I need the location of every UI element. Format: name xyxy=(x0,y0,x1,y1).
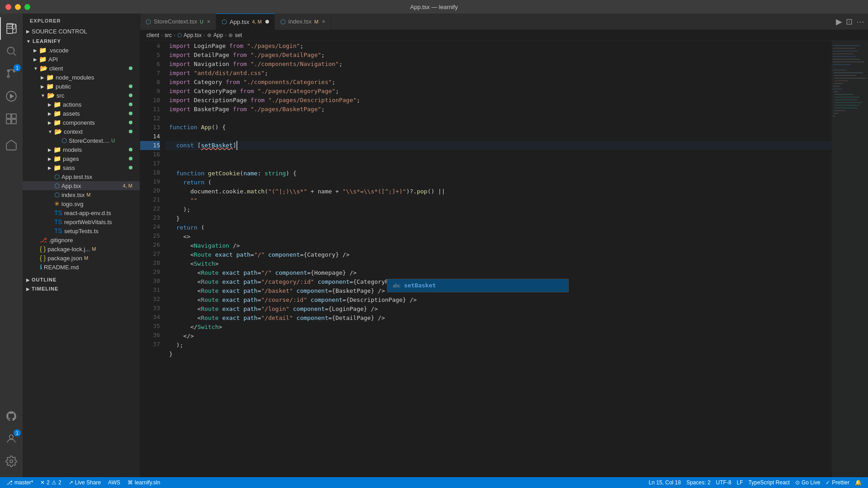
tree-client[interactable]: ▼ 📂 client xyxy=(23,64,140,73)
code-line: <Route exact path="/course/:id" componen… xyxy=(165,296,832,305)
code-line: <Route exact path="/" component={Homepag… xyxy=(165,268,832,277)
project-section[interactable]: ▼ LEARNIFY xyxy=(23,37,140,46)
tab-actions: ▶ ⊡ ⋯ xyxy=(836,17,868,27)
status-aws[interactable]: AWS xyxy=(105,479,123,486)
tree-public[interactable]: ▶ 📁 public xyxy=(23,82,140,91)
tree-context[interactable]: ▼ 📂 context xyxy=(23,127,140,136)
activity-run[interactable] xyxy=(0,85,23,108)
status-live-share[interactable]: ↗ Live Share xyxy=(66,479,104,486)
tree-vscode[interactable]: ▶ 📁 .vscode xyxy=(23,46,140,55)
chevron-right-icon: ▶ xyxy=(48,165,52,170)
tab-index-tsx[interactable]: ⬡ index.tsx M × xyxy=(275,14,331,30)
tree-api[interactable]: ▶ 📁 API xyxy=(23,55,140,64)
account-badge: 1 xyxy=(14,429,21,436)
status-line-col[interactable]: Ln 15, Col 18 xyxy=(646,479,684,486)
status-encoding-label: UTF-8 xyxy=(716,479,731,486)
folder-icon: 📁 xyxy=(46,74,54,81)
status-prettier[interactable]: ✓ Prettier xyxy=(823,479,852,486)
tree-assets[interactable]: ▶ 📁 assets xyxy=(23,109,140,118)
activity-remote[interactable] xyxy=(0,134,23,156)
status-errors[interactable]: ✕ 2 ⚠ 2 xyxy=(38,479,64,486)
minimize-button[interactable] xyxy=(15,4,21,10)
tree-react-env[interactable]: TS react-app-env.d.ts xyxy=(23,208,140,217)
tree-app-tsx[interactable]: ⬡ App.tsx 4, M xyxy=(23,181,140,190)
svg-rect-28 xyxy=(835,94,853,95)
source-control-section[interactable]: ▶ SOURCE CONTROL xyxy=(23,26,140,37)
breadcrumb-src[interactable]: src xyxy=(165,32,172,38)
chevron-right-icon: ▶ xyxy=(26,286,30,291)
svg-rect-30 xyxy=(835,99,857,100)
source-control-label: SOURCE CONTROL xyxy=(32,28,87,35)
more-actions-button[interactable]: ⋯ xyxy=(856,17,864,27)
status-language[interactable]: TypeScript React xyxy=(746,479,793,486)
timeline-section[interactable]: ▶ TIMELINE xyxy=(23,284,140,293)
activity-search[interactable] xyxy=(0,40,23,62)
status-go-live[interactable]: ⊙ Go Live xyxy=(793,479,823,486)
tree-gitignore[interactable]: ⎇ .gitignore xyxy=(23,235,140,244)
modified-badge xyxy=(129,148,132,151)
activity-github[interactable] xyxy=(0,405,23,427)
autocomplete-item[interactable]: abc setBasket xyxy=(387,279,568,292)
tree-readme-label: README.md xyxy=(44,264,79,271)
status-line-ending[interactable]: LF xyxy=(734,479,746,486)
status-notifications[interactable]: 🔔 xyxy=(852,479,864,486)
tree-package-json[interactable]: { } package.json M xyxy=(23,253,140,263)
tab-close-icon[interactable]: × xyxy=(322,19,325,25)
status-solution[interactable]: ⌘ learnify.sln xyxy=(125,479,163,486)
tsx-file-icon: ⬡ xyxy=(222,18,227,25)
outline-section[interactable]: ▶ OUTLINE xyxy=(23,275,140,284)
status-branch[interactable]: ⎇ master* xyxy=(4,479,36,486)
tree-react-env-label: react-app-env.d.ts xyxy=(64,210,111,216)
breadcrumb-app[interactable]: App xyxy=(213,32,223,38)
status-spaces[interactable]: Spaces: 2 xyxy=(684,479,713,486)
tree-logo-svg[interactable]: ✳ logo.svg xyxy=(23,199,140,208)
folder-icon: 📁 xyxy=(39,56,47,63)
status-encoding[interactable]: UTF-8 xyxy=(713,479,734,486)
autocomplete-dropdown[interactable]: abc setBasket xyxy=(387,279,569,292)
close-button[interactable] xyxy=(5,4,11,10)
breadcrumb-client[interactable]: client xyxy=(146,32,159,38)
tree-readme[interactable]: ℹ README.md xyxy=(23,263,140,272)
window-controls[interactable] xyxy=(5,4,30,10)
file-tree: ▶ 📁 .vscode ▶ 📁 API ▼ 📂 client ▶ 📁 n xyxy=(23,46,140,272)
tab-app-tsx-label: App.tsx xyxy=(230,19,249,25)
activity-extensions[interactable] xyxy=(0,108,23,130)
activity-explorer[interactable] xyxy=(0,17,23,40)
tree-index-tsx[interactable]: ⬡ index.tsx M xyxy=(23,190,140,199)
code-content[interactable]: import LoginPage from "./pages/Login"; i… xyxy=(165,41,832,477)
maximize-button[interactable] xyxy=(24,4,30,10)
tree-node-modules[interactable]: ▶ 📁 node_modules xyxy=(23,73,140,82)
folder-icon: 📁 xyxy=(46,83,54,90)
tsx-icon: ⬡ xyxy=(54,182,60,189)
split-editor-button[interactable]: ⊡ xyxy=(846,17,853,27)
tree-actions[interactable]: ▶ 📁 actions xyxy=(23,100,140,109)
breadcrumb-file[interactable]: App.tsx xyxy=(184,32,202,38)
chevron-right-icon: ▶ xyxy=(48,147,52,152)
activity-settings[interactable] xyxy=(0,450,23,473)
tree-models[interactable]: ▶ 📁 models xyxy=(23,145,140,154)
tree-pages[interactable]: ▶ 📁 pages xyxy=(23,154,140,163)
tree-src[interactable]: ▼ 📂 src xyxy=(23,91,140,100)
tree-report-web[interactable]: TS reportWebVitals.ts xyxy=(23,217,140,226)
tree-package-lock[interactable]: { } package-lock.j... M xyxy=(23,244,140,253)
tree-components[interactable]: ▶ 📁 components xyxy=(23,118,140,127)
tab-app-tsx[interactable]: ⬡ App.tsx 4, M xyxy=(216,14,275,30)
tree-sass[interactable]: ▶ 📁 sass xyxy=(23,163,140,172)
run-button[interactable]: ▶ xyxy=(836,17,842,27)
tree-storecontext[interactable]: ⬡ StoreContext.... U xyxy=(23,136,140,145)
activity-source-control[interactable]: 1 xyxy=(0,62,23,85)
tsx-file-icon: ⬡ xyxy=(280,18,286,25)
code-area[interactable]: 45678 910111213 14 15 1617181920 2122232… xyxy=(140,41,868,477)
folder-icon: 📁 xyxy=(53,164,61,171)
tree-setup-tests[interactable]: TS setupTests.ts xyxy=(23,226,140,235)
minimap xyxy=(832,41,868,477)
breadcrumb-set[interactable]: set xyxy=(235,32,242,38)
status-aws-label: AWS xyxy=(108,479,120,486)
tab-close-icon[interactable]: × xyxy=(207,19,210,25)
modified-badge-m: M xyxy=(86,192,90,197)
git-icon: ⎇ xyxy=(40,236,47,244)
tab-storecontext[interactable]: ⬡ StoreContext.tsx U × xyxy=(140,14,216,30)
tree-app-test[interactable]: ⬡ App.test.tsx xyxy=(23,172,140,181)
activity-account[interactable]: 1 xyxy=(0,427,23,450)
code-line: ); xyxy=(165,341,832,350)
